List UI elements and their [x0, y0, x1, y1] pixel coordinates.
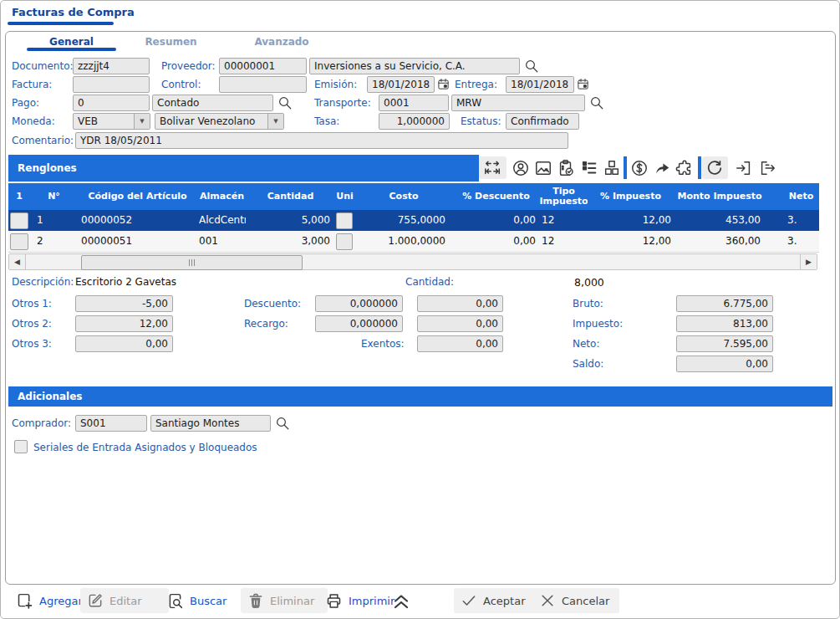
forward-arrow-icon[interactable] — [653, 159, 671, 177]
proveedor-name-field[interactable]: Inversiones a su Servicio, C.A. — [309, 58, 520, 74]
import-icon[interactable] — [735, 159, 753, 177]
comentario-field[interactable]: YDR 18/05/2011 — [75, 132, 568, 149]
cell-cantidad: 3,000 — [247, 231, 330, 252]
comentario-label: Comentario: — [12, 135, 74, 146]
descuento-pct-field[interactable]: 0,000000 — [315, 295, 403, 312]
eliminar-button[interactable]: Eliminar — [241, 588, 328, 613]
search-document-icon — [166, 592, 184, 610]
moneda-label: Moneda: — [12, 115, 55, 127]
transporte-search-icon[interactable] — [588, 95, 605, 111]
otros3-field[interactable]: 0,00 — [75, 335, 173, 352]
entrega-calendar-icon[interactable] — [576, 77, 590, 91]
clipboard-check-icon[interactable] — [557, 159, 575, 177]
list-details-icon[interactable] — [580, 159, 598, 177]
otros1-field[interactable]: -5,00 — [75, 295, 173, 312]
puzzle-icon[interactable] — [675, 159, 694, 177]
bruto-label: Bruto: — [573, 298, 603, 310]
trash-icon — [247, 592, 264, 609]
cell-pct-impuesto: 12,00 — [588, 210, 671, 231]
export-icon[interactable] — [758, 159, 776, 177]
editar-button[interactable]: Editar — [80, 588, 169, 613]
recargo-monto-field[interactable]: 0,00 — [417, 315, 503, 332]
bruto-field[interactable]: 6.775,00 — [676, 295, 773, 312]
descuento-monto-field[interactable]: 0,00 — [417, 295, 503, 312]
table-row[interactable]: 1 00000052 AlcdCentr 5,000 755,0000 0,00… — [8, 210, 819, 231]
transporte-name-field[interactable]: MRW — [451, 95, 585, 111]
emision-calendar-icon[interactable] — [436, 77, 451, 91]
row-selector-button[interactable] — [10, 233, 28, 250]
factura-field[interactable] — [73, 76, 150, 93]
moneda-name-select[interactable]: Bolivar Venezolano ▼ — [155, 113, 284, 130]
column-header-codigo[interactable]: Código del Artículo — [78, 183, 198, 210]
column-header-numero[interactable]: N° — [30, 183, 79, 210]
column-header-neto[interactable]: Neto — [766, 183, 819, 210]
refresh-icon[interactable] — [705, 159, 724, 177]
scrollbar-right-arrow[interactable]: ▶ — [800, 254, 817, 269]
saldo-field[interactable]: 0,00 — [676, 356, 773, 372]
impuesto-field[interactable]: 813,00 — [676, 315, 773, 332]
cell-cantidad: 5,000 — [247, 210, 330, 231]
column-header-cantidad[interactable]: Cantidad — [247, 183, 335, 210]
cell-codigo: 00000052 — [81, 210, 195, 231]
currency-dollar-icon[interactable] — [630, 159, 649, 177]
tab-avanzado[interactable]: Avanzado — [236, 36, 328, 48]
collapse-chevrons-icon[interactable] — [390, 591, 412, 612]
column-header-uni[interactable]: Uni — [334, 183, 356, 210]
pago-search-icon[interactable] — [277, 95, 293, 111]
imprimir-button[interactable]: Imprimir — [318, 588, 401, 613]
estatus-field[interactable]: Confirmado — [506, 113, 579, 130]
scrollbar-thumb[interactable] — [81, 255, 303, 270]
resize-columns-icon[interactable] — [483, 159, 501, 177]
tab-resumen[interactable]: Resumen — [127, 36, 215, 48]
comprador-code-field[interactable]: S001 — [75, 415, 147, 432]
otros2-field[interactable]: 12,00 — [75, 315, 173, 332]
row-selector-button[interactable] — [10, 212, 28, 229]
packages-icon[interactable] — [603, 159, 621, 177]
column-header-monto-impuesto[interactable]: Monto Impuesto — [674, 183, 766, 210]
cell-tipo-impuesto: 12 — [542, 231, 587, 252]
uni-checkbox[interactable] — [336, 233, 353, 250]
transporte-code-field[interactable]: 0001 — [379, 95, 449, 111]
column-header-almacen[interactable]: Almacén — [197, 183, 247, 210]
main-panel: General Resumen Avanzado Documento: zzzj… — [5, 31, 836, 585]
impuesto-label: Impuesto: — [573, 318, 623, 330]
seriales-checkbox[interactable] — [14, 440, 28, 453]
table-row[interactable]: 2 00000051 001 3,000 1.000,0000 0,00 12 … — [8, 231, 819, 253]
printer-icon — [325, 592, 343, 610]
column-header-selector[interactable]: 1 — [8, 183, 31, 210]
table-horizontal-scrollbar[interactable]: ◀ ▶ — [8, 253, 817, 270]
aceptar-button[interactable]: Aceptar — [454, 588, 539, 613]
pago-label: Pago: — [12, 97, 39, 109]
scrollbar-left-arrow[interactable]: ◀ — [9, 254, 26, 269]
moneda-code-dropdown-icon[interactable]: ▼ — [134, 114, 150, 129]
entrega-field[interactable]: 18/01/2018 — [506, 76, 574, 93]
neto-field[interactable]: 7.595,00 — [676, 335, 773, 352]
moneda-name-dropdown-icon[interactable]: ▼ — [267, 114, 283, 129]
column-header-tipo-impuesto[interactable]: Tipo Impuesto — [540, 183, 588, 210]
recargo-pct-field[interactable]: 0,000000 — [315, 315, 403, 332]
buscar-button[interactable]: Buscar — [160, 588, 233, 613]
pago-name-field[interactable]: Contado — [152, 95, 273, 111]
tasa-field[interactable]: 1,000000 — [379, 113, 450, 130]
tab-general[interactable]: General — [27, 36, 116, 48]
uni-checkbox[interactable] — [336, 212, 353, 229]
cancelar-button[interactable]: Cancelar — [532, 588, 619, 613]
moneda-code-select[interactable]: VEB ▼ — [73, 113, 150, 130]
exentos-field[interactable]: 0,00 — [417, 335, 503, 352]
pago-code-field[interactable]: 0 — [73, 95, 150, 111]
comprador-name-field[interactable]: Santiago Montes — [150, 415, 271, 432]
toolbar-separator — [624, 156, 627, 179]
control-field[interactable] — [219, 76, 307, 93]
column-header-costo[interactable]: Costo — [355, 183, 453, 210]
user-icon[interactable] — [512, 159, 530, 177]
proveedor-code-field[interactable]: 00000001 — [219, 58, 307, 74]
column-header-descuento[interactable]: % Descuento — [452, 183, 541, 210]
comprador-search-icon[interactable] — [274, 415, 291, 432]
emision-field[interactable]: 18/01/2018 — [367, 76, 435, 93]
image-icon[interactable] — [534, 159, 552, 177]
documento-field[interactable]: zzzjjt4 — [73, 58, 150, 74]
proveedor-search-icon[interactable] — [523, 58, 540, 74]
cell-almacen: 001 — [199, 231, 246, 252]
column-header-pct-impuesto[interactable]: % Impuesto — [588, 183, 675, 210]
agregar-button[interactable]: Agregar — [9, 588, 89, 613]
